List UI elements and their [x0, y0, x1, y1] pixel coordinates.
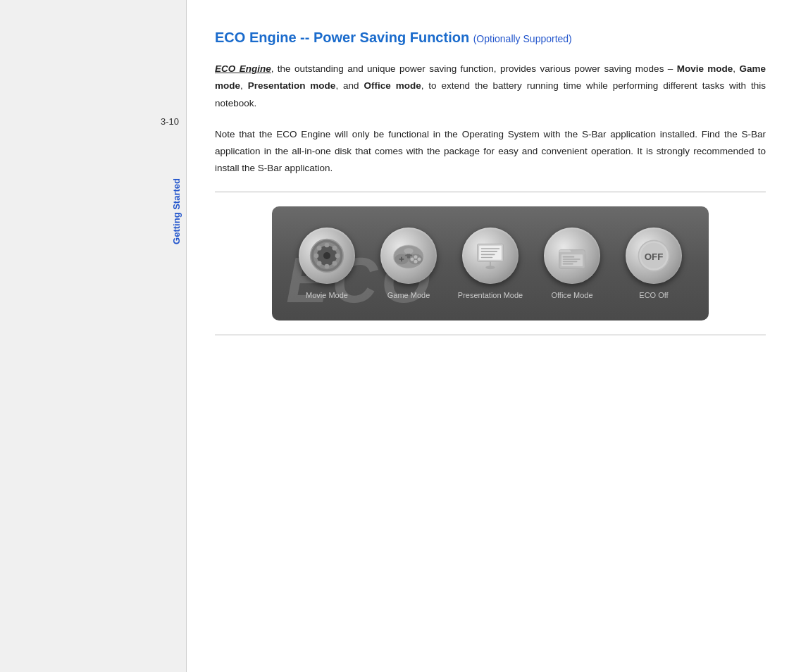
- eco-off-label: ECO Off: [639, 291, 668, 299]
- svg-point-10: [317, 261, 322, 266]
- title-main: ECO Engine -- Power Saving Function: [215, 30, 469, 45]
- eco-panel: Movie Mode: [272, 206, 709, 321]
- svg-rect-33: [559, 252, 585, 254]
- game-mode-icon: [380, 228, 437, 284]
- svg-rect-28: [481, 256, 493, 258]
- presentation-mode-label: Presentation Mode: [458, 291, 523, 299]
- svg-point-19: [414, 260, 418, 263]
- p1-sep3: , and: [335, 80, 364, 91]
- movie-mode-icon: [299, 228, 355, 284]
- mode-movie: Movie mode: [677, 63, 733, 74]
- mode-item-eco-off: OFF ECO Off: [619, 228, 689, 299]
- svg-point-20: [404, 248, 413, 254]
- eco-off-icon-svg: OFF: [636, 238, 671, 273]
- movie-mode-label: Movie Mode: [306, 291, 348, 299]
- presentation-icon-svg: [473, 238, 508, 273]
- movie-icon-svg: [309, 238, 344, 273]
- svg-rect-25: [481, 248, 500, 249]
- eco-modes-row: Movie Mode: [286, 228, 695, 299]
- game-mode-label: Game Mode: [387, 291, 430, 299]
- mode-item-office: Office Mode: [537, 228, 607, 299]
- eco-engine-label: ECO Engine: [215, 63, 271, 74]
- svg-rect-36: [563, 259, 580, 260]
- section-title: ECO Engine -- Power Saving Function (Opt…: [215, 28, 766, 46]
- svg-point-17: [418, 257, 421, 261]
- svg-point-4: [325, 263, 330, 268]
- divider-top: [215, 192, 766, 192]
- svg-point-18: [411, 257, 414, 261]
- svg-point-30: [485, 266, 495, 269]
- eco-off-icon: OFF: [626, 228, 682, 284]
- mode-presentation: Presentation mode: [248, 80, 336, 91]
- svg-point-3: [325, 242, 330, 247]
- p1-text1: , the outstanding and unique power savin…: [271, 63, 677, 74]
- mode-item-movie: Movie Mode: [292, 228, 362, 299]
- mode-item-presentation: Presentation Mode: [455, 228, 526, 299]
- svg-point-8: [333, 261, 337, 266]
- office-mode-icon: [544, 228, 600, 284]
- svg-point-16: [414, 255, 418, 259]
- sidebar-label: Getting Started: [171, 178, 182, 244]
- sidebar: 3-10 Getting Started: [0, 0, 187, 672]
- mode-item-game: Game Mode: [373, 228, 444, 299]
- svg-point-9: [333, 246, 337, 251]
- mode-office: Office mode: [364, 80, 421, 91]
- page-number: 3-10: [161, 116, 179, 127]
- sidebar-label-wrapper: Getting Started: [166, 141, 186, 282]
- svg-rect-37: [563, 261, 578, 262]
- game-icon-svg: [391, 238, 426, 273]
- title-optional: (Optionally Supported): [473, 33, 572, 44]
- svg-point-5: [314, 253, 319, 258]
- svg-rect-35: [563, 256, 575, 258]
- svg-point-6: [335, 253, 340, 258]
- office-mode-label: Office Mode: [551, 291, 592, 299]
- svg-rect-38: [563, 263, 573, 265]
- svg-rect-27: [481, 254, 495, 255]
- office-icon-svg: [554, 238, 590, 273]
- main-content: ECO Engine -- Power Saving Function (Opt…: [187, 0, 801, 672]
- svg-point-7: [317, 246, 322, 251]
- svg-rect-26: [481, 251, 497, 252]
- svg-point-2: [323, 252, 330, 259]
- divider-bottom: [215, 335, 766, 335]
- svg-text:OFF: OFF: [645, 251, 664, 262]
- paragraph-2: Note that the ECO Engine will only be fu…: [215, 126, 766, 178]
- presentation-mode-icon: [462, 228, 519, 284]
- paragraph-1: ECO Engine, the outstanding and unique p…: [215, 61, 766, 112]
- p1-sep2: ,: [240, 80, 248, 91]
